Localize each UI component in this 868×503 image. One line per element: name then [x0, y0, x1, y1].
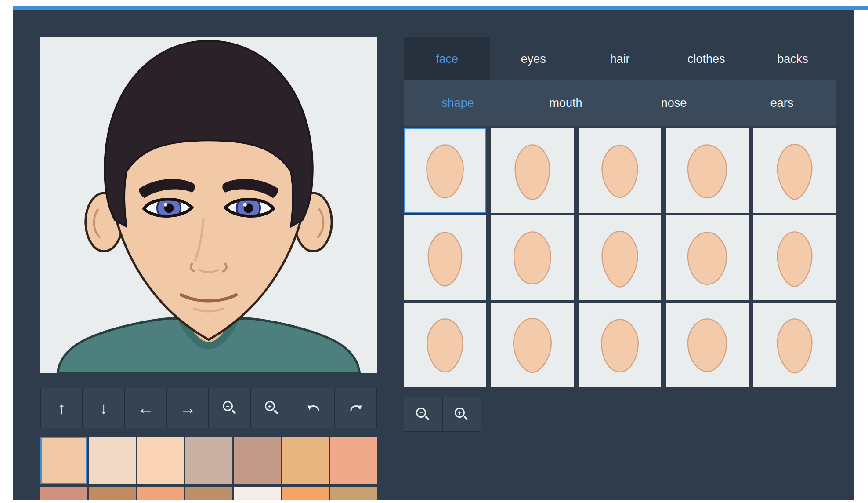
face-shape-icon: [594, 312, 645, 378]
avatar-image: [40, 37, 377, 373]
face-shape-icon: [507, 225, 558, 291]
move-right-button[interactable]: →: [166, 388, 209, 428]
skin-color-swatch[interactable]: [137, 487, 184, 500]
zoom-in-icon: +: [265, 401, 279, 415]
face-shape-option[interactable]: [404, 215, 486, 300]
face-shape-icon: [769, 138, 820, 204]
skin-color-swatch[interactable]: [40, 487, 87, 500]
face-shape-option[interactable]: [753, 128, 836, 213]
face-shape-option[interactable]: [491, 303, 574, 387]
face-shape-option[interactable]: [666, 128, 749, 213]
face-shape-grid: [404, 128, 836, 387]
face-shape-icon: [682, 138, 733, 204]
right-arrow-icon: →: [179, 400, 196, 416]
face-shape-icon: [682, 225, 733, 291]
skin-color-swatch[interactable]: [234, 437, 281, 484]
subtab-shape[interactable]: shape: [404, 80, 512, 126]
face-shape-option[interactable]: [491, 215, 574, 300]
subtab-nose[interactable]: nose: [620, 80, 728, 126]
tab-hair[interactable]: hair: [577, 37, 663, 80]
skin-color-swatch[interactable]: [330, 437, 377, 484]
tab-clothes[interactable]: clothes: [663, 37, 749, 80]
skin-color-swatch[interactable]: [137, 437, 184, 484]
tab-backs[interactable]: backs: [749, 37, 836, 80]
skin-color-palette: [40, 437, 377, 500]
face-shape-icon: [594, 138, 645, 204]
move-up-button[interactable]: ↑: [40, 388, 83, 428]
face-shape-icon: [420, 138, 470, 204]
zoom-in-button[interactable]: +: [251, 388, 293, 428]
preview-toolbar: ↑ ↓ ← → − +: [40, 388, 377, 428]
move-down-button[interactable]: ↓: [83, 388, 125, 428]
face-shape-option[interactable]: [579, 128, 661, 213]
skin-color-swatch[interactable]: [89, 437, 136, 484]
tab-face[interactable]: face: [404, 37, 490, 80]
skin-color-swatch[interactable]: [185, 487, 232, 500]
face-shape-option[interactable]: [666, 215, 749, 300]
skin-color-swatch[interactable]: [89, 487, 136, 500]
face-shape-icon: [769, 312, 820, 378]
skin-color-swatch[interactable]: [282, 437, 329, 484]
zoom-out-button[interactable]: −: [209, 388, 251, 428]
face-shape-icon: [769, 225, 820, 291]
subtab-ears[interactable]: ears: [728, 80, 836, 126]
skin-color-swatch[interactable]: [330, 487, 377, 500]
options-panel: face eyes hair clothes backs shape mouth…: [404, 37, 836, 432]
skin-color-swatch[interactable]: [282, 487, 329, 500]
face-shape-icon: [507, 312, 558, 378]
redo-button[interactable]: [335, 388, 377, 428]
zoom-out-icon: −: [416, 408, 430, 422]
face-shape-icon: [420, 225, 470, 291]
redo-icon: [348, 401, 363, 416]
zoom-out-icon: −: [223, 401, 237, 415]
grid-zoom-controls: − +: [404, 397, 836, 432]
face-shape-option[interactable]: [753, 215, 836, 300]
avatar-editor-app: ↑ ↓ ← → − +: [13, 10, 854, 500]
face-shape-option[interactable]: [491, 128, 574, 213]
face-shape-option[interactable]: [753, 303, 836, 387]
top-accent-bar: [13, 6, 868, 10]
face-shape-icon: [594, 225, 645, 291]
subtab-mouth[interactable]: mouth: [512, 80, 620, 126]
move-left-button[interactable]: ←: [125, 388, 167, 428]
left-arrow-icon: ←: [137, 400, 154, 416]
skin-color-swatch[interactable]: [234, 487, 281, 500]
up-arrow-icon: ↑: [57, 400, 65, 416]
face-shape-option[interactable]: [404, 128, 486, 213]
undo-button[interactable]: [293, 388, 335, 428]
down-arrow-icon: ↓: [99, 400, 108, 416]
face-shape-option[interactable]: [666, 303, 749, 387]
face-shape-icon: [507, 138, 558, 204]
tab-eyes[interactable]: eyes: [490, 37, 577, 80]
face-shape-icon: [420, 312, 470, 378]
zoom-in-icon: +: [455, 408, 469, 422]
face-subtabs: shape mouth nose ears: [404, 80, 836, 126]
grid-zoom-out-button[interactable]: −: [404, 397, 442, 432]
undo-icon: [306, 401, 321, 416]
avatar-preview-panel: [40, 37, 377, 373]
face-shape-icon: [682, 312, 733, 378]
face-shape-option[interactable]: [404, 303, 486, 387]
grid-zoom-in-button[interactable]: +: [442, 397, 481, 432]
skin-color-swatch[interactable]: [40, 437, 87, 484]
face-shape-option[interactable]: [579, 215, 661, 300]
category-tabs: face eyes hair clothes backs: [404, 37, 836, 80]
face-shape-option[interactable]: [579, 303, 661, 387]
skin-color-swatch[interactable]: [185, 437, 232, 484]
